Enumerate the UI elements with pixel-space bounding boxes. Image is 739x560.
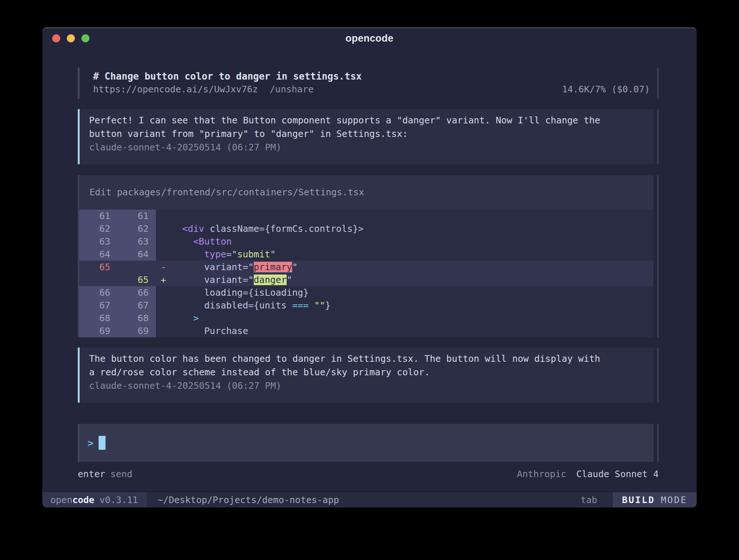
app-version-segment: opencode v0.3.11 [42,492,147,507]
text-cursor [99,436,106,450]
footer-hints: enter send Anthropic Claude Sonnet 4 [78,468,659,481]
hint-enter-key: enter [78,468,105,481]
build-mode-segment[interactable]: BUILD MODE [613,492,697,507]
model-name: Claude Sonnet 4 [576,469,659,479]
diff-row: 6666 loading={isLoading} [79,286,654,299]
mode-label-rest: MODE [661,495,687,505]
hint-send-label: send [110,468,132,481]
window-title: opencode [42,33,697,44]
tab-key-hint[interactable]: tab [581,495,597,505]
diff-row: 6363 <Button [79,235,654,248]
share-url[interactable]: https://opencode.ai/s/UwJxv76z [93,83,258,96]
diff-row: 6161 [79,210,654,222]
diff-row: 65- variant="primary" [79,261,654,273]
session-header: # Change button color to danger in setti… [78,68,659,99]
chat-input[interactable]: > [78,424,654,462]
unshare-command[interactable]: /unshare [270,83,314,96]
diff-row: 65+ variant="danger" [79,273,654,286]
opencode-window: opencode # Change button color to danger… [42,27,697,507]
diff-row: 6868 > [79,312,654,325]
prompt-symbol: > [88,437,93,449]
app-name-suffix: code [72,495,94,505]
message-meta: claude-sonnet-4-20250514 (06:27 PM) [89,379,643,392]
model-provider: Anthropic [517,469,566,479]
diff-row: 6464 type="submit" [79,248,654,261]
message-text: The button color has been changed to dan… [89,352,643,379]
diff-row: 6767 disabled={units === ""} [79,299,654,312]
diff-rows: 61616262 <div className={formCs.controls… [79,210,654,337]
app-version: v0.3.11 [99,495,138,505]
title-bar: opencode [42,27,697,49]
assistant-message: The button color has been changed to dan… [78,348,654,403]
diff-row: 6969 Purchase [79,325,654,337]
diff-row: 6262 <div className={formCs.controls}> [79,222,654,235]
session-title: # Change button color to danger in setti… [93,70,650,83]
edit-tool-card: Edit packages/frontend/src/containers/Se… [78,175,654,337]
edit-tool-header: Edit packages/frontend/src/containers/Se… [79,175,654,210]
token-cost-stats: 14.6K/7% ($0.07) [562,83,650,96]
message-meta: claude-sonnet-4-20250514 (06:27 PM) [89,141,643,154]
assistant-message: Perfect! I can see that the Button compo… [78,109,654,164]
app-name-prefix: open [50,495,72,505]
message-text: Perfect! I can see that the Button compo… [89,114,643,141]
status-bar: opencode v0.3.11 ~/Desktop/Projects/demo… [42,491,697,507]
working-directory: ~/Desktop/Projects/demo-notes-app [158,495,339,505]
mode-label-bold: BUILD [622,495,655,505]
